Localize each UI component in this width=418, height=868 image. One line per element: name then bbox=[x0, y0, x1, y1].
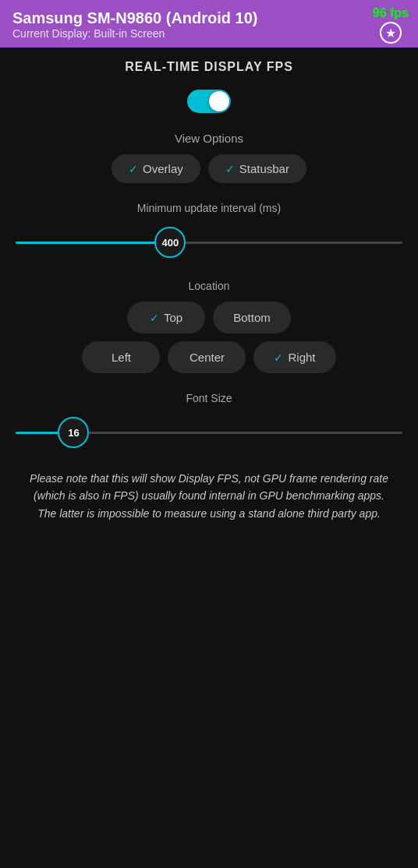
font-size-slider-wrapper: 16 bbox=[16, 417, 402, 448]
disclaimer-text: Please note that this will show Display … bbox=[16, 470, 402, 522]
location-left-button[interactable]: Left bbox=[82, 341, 160, 373]
update-interval-thumb[interactable]: 400 bbox=[154, 227, 186, 258]
fps-star-icon[interactable]: ★ bbox=[380, 22, 402, 44]
update-interval-section: Minimum update interval (ms) 400 bbox=[16, 202, 402, 258]
font-size-track[interactable]: 16 bbox=[16, 432, 402, 434]
top-check-icon: ✓ bbox=[150, 312, 159, 324]
location-bottom-button[interactable]: Bottom bbox=[213, 302, 291, 333]
app-title: Samsung SM-N9860 (Android 10) bbox=[12, 9, 406, 27]
main-content: REAL-TIME DISPLAY FPS View Options ✓ Ove… bbox=[0, 48, 418, 535]
fps-badge: 96 fps ★ bbox=[373, 6, 409, 44]
right-check-icon: ✓ bbox=[274, 351, 283, 364]
update-interval-fill bbox=[16, 242, 170, 244]
center-label: Center bbox=[190, 351, 225, 364]
view-options-buttons: ✓ Overlay ✓ Statusbar bbox=[112, 154, 306, 183]
app-subtitle: Current Display: Built-in Screen bbox=[12, 27, 406, 40]
statusbar-label: Statusbar bbox=[239, 162, 289, 175]
overlay-check-icon: ✓ bbox=[129, 163, 138, 175]
font-size-value: 16 bbox=[68, 427, 79, 439]
update-interval-value: 400 bbox=[162, 237, 179, 249]
toggle-container bbox=[187, 90, 231, 113]
view-options-label: View Options bbox=[175, 132, 243, 145]
left-label: Left bbox=[112, 351, 131, 364]
page-title: REAL-TIME DISPLAY FPS bbox=[125, 60, 293, 74]
statusbar-button[interactable]: ✓ Statusbar bbox=[208, 154, 306, 183]
app-header: Samsung SM-N9860 (Android 10) Current Di… bbox=[0, 0, 418, 48]
overlay-button[interactable]: ✓ Overlay bbox=[112, 154, 200, 183]
update-interval-track[interactable]: 400 bbox=[16, 242, 402, 244]
location-buttons: ✓ Top Bottom Left Center ✓ Right bbox=[16, 302, 402, 373]
right-label: Right bbox=[288, 351, 315, 364]
font-size-thumb[interactable]: 16 bbox=[58, 417, 89, 448]
toggle-knob bbox=[209, 91, 229, 111]
fps-value: 96 fps bbox=[373, 6, 409, 20]
bottom-label: Bottom bbox=[233, 311, 271, 324]
location-row-1: ✓ Top Bottom bbox=[127, 302, 291, 333]
location-top-button[interactable]: ✓ Top bbox=[127, 302, 205, 333]
location-section: Location ✓ Top Bottom Left Center bbox=[16, 280, 402, 373]
font-size-label: Font Size bbox=[16, 392, 402, 404]
update-interval-slider-wrapper: 400 bbox=[16, 227, 402, 258]
location-center-button[interactable]: Center bbox=[168, 341, 246, 373]
location-label: Location bbox=[16, 280, 402, 292]
update-interval-label: Minimum update interval (ms) bbox=[16, 202, 402, 214]
location-right-button[interactable]: ✓ Right bbox=[253, 341, 335, 373]
location-row-2: Left Center ✓ Right bbox=[82, 341, 335, 373]
top-label: Top bbox=[164, 311, 182, 324]
enable-toggle[interactable] bbox=[187, 90, 231, 113]
overlay-label: Overlay bbox=[143, 162, 183, 175]
font-size-section: Font Size 16 bbox=[16, 392, 402, 448]
statusbar-check-icon: ✓ bbox=[225, 163, 235, 175]
